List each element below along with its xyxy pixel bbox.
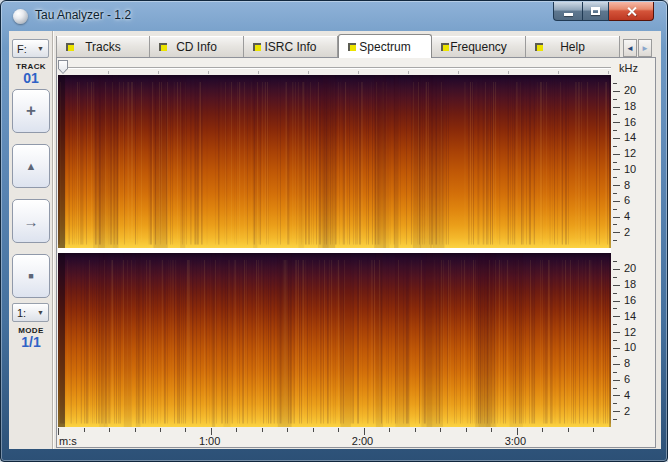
freq-tick [613,340,617,341]
mode-value: 1/1 [9,334,53,350]
freq-tick [613,217,620,218]
freq-tick-label: 8 [624,357,630,370]
tab-label: CD Info [176,40,217,54]
drive-select-dropdown[interactable]: F: ▼ [12,39,49,58]
freq-tick-label: 10 [624,341,636,354]
chevron-down-icon: ▼ [37,45,44,52]
time-tick [58,428,59,435]
maximize-button[interactable] [582,2,609,21]
freq-tick [613,372,617,373]
freq-tick-label: 6 [624,373,630,386]
position-slider-track[interactable] [59,67,611,68]
freq-tick [613,146,617,147]
freq-tick [613,380,620,381]
freq-tick [613,356,617,357]
freq-tick [613,240,617,241]
tab-label: Tracks [85,40,121,54]
tab-label: Frequency [450,40,507,54]
close-button[interactable] [609,2,654,21]
tab-frequency[interactable]: Frequency [432,36,526,57]
freq-tick-label: 10 [624,163,636,176]
position-slider-thumb[interactable] [58,60,68,74]
slider-tick [458,71,459,74]
freq-tick [613,277,617,278]
slider-tick [558,71,559,74]
slider-tick [508,71,509,74]
freq-tick-label: 6 [624,194,630,207]
freq-tick [613,209,617,210]
time-tick [415,428,416,432]
freq-tick [613,301,620,302]
tab-cd-info[interactable]: CD Info [150,36,244,57]
caption-buttons [553,2,654,21]
freq-tick-label: 14 [624,310,636,323]
freq-tick [613,177,617,178]
freq-tick [613,261,617,262]
tab-help[interactable]: Help [526,36,620,57]
time-tick [236,428,237,432]
slider-tick [158,71,159,74]
freq-tick [613,99,617,100]
main-area: TracksCD InfoISRC InfoSpectrumFrequencyH… [56,31,656,449]
freq-tick [613,83,617,84]
tab-scroll-left-button[interactable]: ◄ [623,39,637,57]
tab-indicator-icon [66,43,74,51]
sidebar: F: ▼ TRACK 01 +▲→■ 1: ▼ MODE 1/1 [9,31,53,449]
mode-select-value: 1: [17,307,26,319]
time-tick-label: 1:00 [199,435,220,447]
slider-tick [258,71,259,74]
tab-scroll-buttons: ◄ ► [622,34,652,57]
freq-tick-label: 18 [624,278,636,291]
slider-tick [308,71,309,74]
freq-tick [613,411,620,412]
freq-tick [613,269,620,270]
tab-label: ISRC Info [264,40,316,54]
arrow-left-icon: ◄ [626,44,634,53]
tab-strip: TracksCD InfoISRC InfoSpectrumFrequencyH… [56,34,620,57]
freq-tick [613,154,620,155]
eject-button[interactable]: ▲ [12,144,50,188]
titlebar[interactable]: Tau Analyzer - 1.2 [1,1,667,31]
stop-icon: ■ [28,271,33,281]
tab-scroll-right-button[interactable]: ► [638,39,652,57]
time-tick [262,428,263,432]
tab-spectrum[interactable]: Spectrum [338,34,432,58]
track-number: 01 [9,70,53,86]
time-tick [593,428,594,432]
spectrogram-track2-canvas [58,253,611,427]
mode-select-dropdown[interactable]: 1: ▼ [12,303,49,322]
minimize-icon [564,13,573,16]
arrow-right-icon: ► [641,44,649,53]
freq-tick [613,201,620,202]
time-tick [338,428,339,432]
freq-tick [613,130,617,131]
tab-indicator-icon [441,43,449,51]
freq-tick [613,308,617,309]
freq-tick [613,224,617,225]
freq-tick [613,107,620,108]
time-tick [160,428,161,432]
tab-tracks[interactable]: Tracks [56,36,150,57]
slider-tick [208,71,209,74]
time-tick [313,428,314,432]
freq-axis-unit: kHz [619,62,638,74]
spectrum-panel: kHz m:s 20181614121086422018161412108642… [56,57,656,448]
next-button[interactable]: → [12,199,50,243]
freq-tick [613,185,620,186]
client-area: F: ▼ TRACK 01 +▲→■ 1: ▼ MODE 1/1 TracksC… [9,31,661,449]
time-tick [185,428,186,432]
freq-tick-label: 12 [624,147,636,160]
chevron-down-icon: ▼ [37,309,44,316]
freq-tick [613,293,617,294]
stop-button[interactable]: ■ [12,254,50,298]
add-button[interactable]: + [12,89,50,133]
tab-isrc-info[interactable]: ISRC Info [244,36,338,57]
tab-label: Help [560,40,585,54]
minimize-button[interactable] [553,2,582,21]
time-tick [211,428,212,435]
add-icon: + [26,101,36,121]
freq-tick-label: 12 [624,326,636,339]
freq-tick-label: 4 [624,210,630,223]
time-tick [364,428,365,435]
freq-tick-label: 16 [624,294,636,307]
